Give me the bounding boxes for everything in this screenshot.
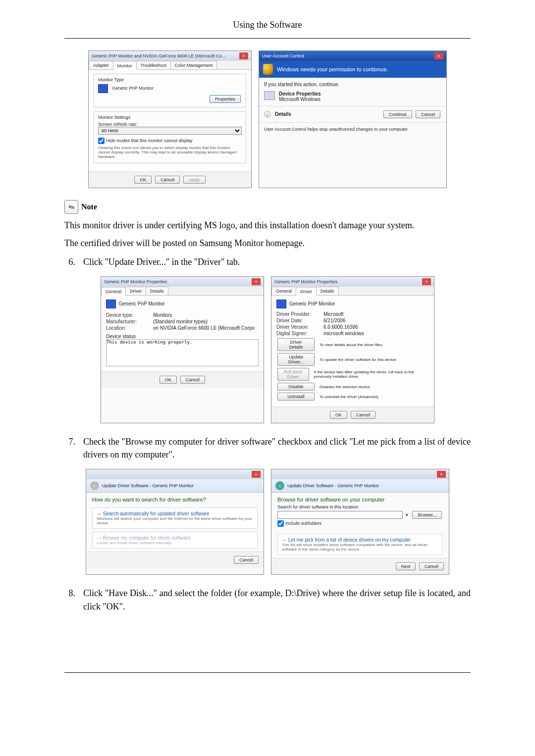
digital-signer-label: Digital Signer: xyxy=(276,331,323,336)
tab-driver[interactable]: Driver xyxy=(125,287,146,295)
wizard-heading: Browse for driver software on your compu… xyxy=(271,493,449,504)
step-text: Click "Update Driver..." in the "Driver"… xyxy=(83,255,471,268)
tab-details[interactable]: Details xyxy=(146,287,168,295)
page-header-title: Using the Software xyxy=(0,20,535,30)
note-block: ✎ Note xyxy=(64,200,471,214)
monitor-settings-label: Monitor Settings xyxy=(98,115,242,120)
next-button[interactable]: Next xyxy=(396,562,416,570)
dialog-title: Generic PnP Monitor and NVIDIA GeForce 6… xyxy=(92,53,225,58)
ok-button[interactable]: OK xyxy=(134,176,152,184)
driver-version-label: Driver Version: xyxy=(276,324,323,330)
manufacturer-label: Manufacturer: xyxy=(106,319,153,324)
back-icon[interactable]: ‹ xyxy=(90,481,99,490)
update-driver-wizard-browse: × ‹Update Driver Software - Generic PnP … xyxy=(271,469,449,575)
device-status-textarea: This device is working properly. xyxy=(106,339,259,366)
uninstall-button[interactable]: Uninstall xyxy=(277,393,315,401)
driver-provider-value: Microsoft xyxy=(323,311,344,317)
monitor-name: Generic PnP Monitor xyxy=(289,301,335,306)
driver-details-button[interactable]: Driver Details xyxy=(277,338,315,351)
tab-details[interactable]: Details xyxy=(316,287,339,295)
device-chip-icon xyxy=(264,91,275,100)
search-location-input[interactable] xyxy=(277,511,403,519)
ok-button[interactable]: OK xyxy=(160,376,177,384)
apply-button[interactable]: Apply xyxy=(183,176,206,184)
driver-version-value: 6.0.6000.16386 xyxy=(323,324,358,330)
close-icon[interactable]: × xyxy=(434,52,443,59)
monitor-icon xyxy=(106,300,116,308)
monitor-properties-driver: Generic PnP Monitor Properties × General… xyxy=(271,276,434,423)
hide-modes-checkbox[interactable] xyxy=(98,138,105,144)
uac-instruction: If you started this action, continue. xyxy=(264,82,441,87)
tab-monitor[interactable]: Monitor xyxy=(113,61,137,70)
step-text: Check the "Browse my computer for driver… xyxy=(83,435,471,461)
refresh-rate-select[interactable]: 60 Hertz xyxy=(98,127,242,135)
screenshot-row-2: Generic PnP Monitor Properties × General… xyxy=(64,276,471,423)
close-icon[interactable]: × xyxy=(437,471,446,478)
close-icon[interactable]: × xyxy=(252,471,261,478)
tab-adapter[interactable]: Adapter xyxy=(89,61,113,69)
tab-general[interactable]: General xyxy=(271,287,296,295)
rollback-driver-button[interactable]: Roll Back Driver xyxy=(277,368,309,381)
details-label[interactable]: Details xyxy=(275,111,291,117)
tab-driver[interactable]: Driver xyxy=(296,287,317,296)
location-value: on NVIDIA GeForce 6600 LE (Microsoft Cor… xyxy=(153,325,255,331)
chevron-down-icon[interactable]: ⌄ xyxy=(264,111,271,118)
content-area: Generic PnP Monitor and NVIDIA GeForce 6… xyxy=(0,50,535,613)
include-subfolders-label[interactable]: Include subfolders xyxy=(277,521,321,526)
close-icon[interactable]: × xyxy=(422,278,431,285)
device-type-label: Device type: xyxy=(106,312,153,318)
monitor-name: Generic PnP Monitor xyxy=(119,301,165,306)
disable-button[interactable]: Disable xyxy=(277,383,315,391)
search-location-label: Search for driver software in this locat… xyxy=(277,504,443,509)
option-search-auto[interactable]: → Search automatically for updated drive… xyxy=(92,507,258,529)
monitor-properties-general: Generic PnP Monitor Properties × General… xyxy=(101,276,264,423)
monitor-properties-dialog: Generic PnP Monitor and NVIDIA GeForce 6… xyxy=(88,50,252,188)
option-let-me-pick[interactable]: → Let me pick from a list of device driv… xyxy=(277,534,443,555)
dialog-title: Generic PnP Monitor Properties xyxy=(104,279,167,284)
monitor-type-label: Monitor Type xyxy=(98,77,242,82)
cancel-button[interactable]: Cancel xyxy=(416,110,440,118)
wizard-crumb: Update Driver Software - Generic PnP Mon… xyxy=(102,483,194,488)
monitor-icon xyxy=(276,300,286,308)
continue-button[interactable]: Continue xyxy=(383,110,412,118)
note-label: Note xyxy=(81,202,97,211)
monitor-icon xyxy=(98,84,108,93)
option-browse-computer[interactable]: → Browse my computer for driver software… xyxy=(92,532,258,549)
browse-button[interactable]: Browse... xyxy=(412,511,442,519)
uac-dialog: User Account Control × Windows needs you… xyxy=(259,50,447,188)
driver-date-value: 6/21/2006 xyxy=(323,318,346,323)
step-number: 6. xyxy=(64,255,75,268)
properties-button[interactable]: Properties xyxy=(210,95,241,103)
wizard-question: How do you want to search for driver sof… xyxy=(86,493,264,504)
cancel-button[interactable]: Cancel xyxy=(234,556,259,564)
tab-general[interactable]: General xyxy=(101,287,126,296)
screenshot-row-1: Generic PnP Monitor and NVIDIA GeForce 6… xyxy=(64,50,471,188)
option-let-me-pick-desc: This list will show installed driver sof… xyxy=(282,543,438,552)
close-icon[interactable]: × xyxy=(239,52,248,59)
ok-button[interactable]: OK xyxy=(330,411,347,419)
update-driver-button[interactable]: Update Driver... xyxy=(277,353,315,366)
refresh-rate-label: Screen refresh rate: xyxy=(98,122,242,127)
step-number: 8. xyxy=(64,587,75,612)
uac-help-text: User Account Control helps stop unauthor… xyxy=(259,122,446,136)
step-number: 7. xyxy=(64,435,75,461)
cancel-button[interactable]: Cancel xyxy=(351,411,375,419)
tab-troubleshoot[interactable]: Troubleshoot xyxy=(136,61,171,69)
update-driver-wizard-search: × ‹Update Driver Software - Generic PnP … xyxy=(86,469,264,575)
cancel-button[interactable]: Cancel xyxy=(155,176,180,184)
note-paragraph-1: This monitor driver is under certifying … xyxy=(64,219,471,232)
device-status-label: Device status xyxy=(106,334,259,339)
hide-modes-description: Clearing this check box allows you to se… xyxy=(98,146,242,159)
hide-modes-checkbox-label[interactable]: Hide modes that this monitor cannot disp… xyxy=(98,138,193,143)
cancel-button[interactable]: Cancel xyxy=(419,562,444,570)
back-icon[interactable]: ‹ xyxy=(275,481,284,490)
device-type-value: Monitors xyxy=(153,312,172,318)
uac-item-publisher: Microsoft Windows xyxy=(279,97,321,102)
rollback-driver-desc: If the device fails after updating the d… xyxy=(314,370,429,379)
monitor-name: Generic PnP Monitor xyxy=(112,86,154,91)
uac-item-title: Device Properties xyxy=(279,91,321,97)
cancel-button[interactable]: Cancel xyxy=(180,376,205,384)
include-subfolders-checkbox[interactable] xyxy=(277,520,284,527)
close-icon[interactable]: × xyxy=(252,278,261,285)
tab-color-management[interactable]: Color Management xyxy=(170,61,217,69)
